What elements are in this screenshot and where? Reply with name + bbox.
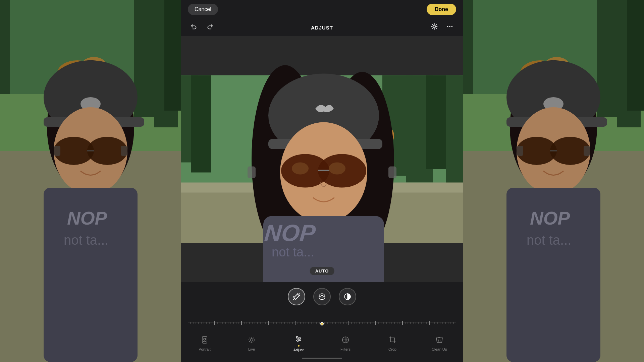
crop-icon xyxy=(388,336,396,346)
svg-point-88 xyxy=(319,294,325,300)
auto-badge: AUTO xyxy=(310,267,334,275)
auto-enhance-button[interactable] xyxy=(429,21,439,34)
svg-point-200 xyxy=(249,337,254,343)
svg-point-205 xyxy=(299,338,301,340)
undo-button[interactable] xyxy=(189,21,199,34)
svg-line-47 xyxy=(432,24,433,25)
adjust-active-indicator xyxy=(298,345,300,347)
svg-point-204 xyxy=(297,337,298,338)
tab-cleanup[interactable]: Clean Up xyxy=(426,336,453,351)
svg-point-199 xyxy=(250,339,253,341)
toolbar-icons xyxy=(429,21,455,34)
tab-crop[interactable]: Crop xyxy=(379,336,406,351)
svg-text:not ta...: not ta... xyxy=(272,245,314,259)
tab-filters[interactable]: Filters xyxy=(332,336,359,351)
home-indicator xyxy=(181,355,463,362)
svg-rect-18 xyxy=(121,146,127,156)
tone-button[interactable] xyxy=(339,288,356,305)
tab-adjust[interactable]: Adjust xyxy=(285,335,312,352)
filters-label: Filters xyxy=(340,347,351,351)
svg-rect-6 xyxy=(0,0,10,94)
portrait-icon xyxy=(201,336,209,346)
phone-ui: Cancel Done ADJUST xyxy=(181,0,463,362)
svg-rect-75 xyxy=(248,167,256,178)
tab-bar: Portrait Live xyxy=(181,331,463,355)
svg-text:NOP: NOP xyxy=(263,220,317,246)
crop-label: Crop xyxy=(388,347,396,351)
svg-rect-28 xyxy=(463,0,473,94)
svg-text:not ta...: not ta... xyxy=(527,233,571,247)
toolbar-row: ADJUST xyxy=(181,19,463,36)
toolbar-left-icons xyxy=(189,21,215,34)
svg-line-87 xyxy=(293,296,294,297)
tab-portrait[interactable]: Portrait xyxy=(191,336,218,351)
svg-point-44 xyxy=(433,25,435,27)
adjust-controls: // Ticks will be rendered inline // SVG … xyxy=(181,282,463,362)
svg-rect-40 xyxy=(584,146,590,156)
adjust-label: Adjust xyxy=(293,348,304,352)
svg-text:not ta...: not ta... xyxy=(64,233,108,247)
svg-line-51 xyxy=(432,28,433,29)
svg-line-84 xyxy=(299,293,300,294)
home-bar xyxy=(302,358,342,359)
svg-point-206 xyxy=(297,340,299,342)
svg-rect-76 xyxy=(388,167,396,178)
svg-rect-39 xyxy=(517,146,523,156)
svg-rect-5 xyxy=(164,0,181,111)
svg-rect-17 xyxy=(54,146,60,156)
done-button[interactable]: Done xyxy=(427,4,456,15)
cleanup-icon xyxy=(435,336,443,346)
svg-point-198 xyxy=(204,338,206,340)
svg-text:NOP: NOP xyxy=(67,208,107,229)
redo-button[interactable] xyxy=(205,21,215,34)
tab-live[interactable]: Live xyxy=(238,336,265,351)
filters-icon xyxy=(341,336,350,346)
svg-rect-60 xyxy=(446,75,463,193)
svg-point-78 xyxy=(292,163,309,175)
cleanup-label: Clean Up xyxy=(432,347,447,351)
svg-point-55 xyxy=(451,26,453,27)
svg-line-48 xyxy=(436,28,437,29)
background-photo-right: NOP not ta... xyxy=(463,0,644,362)
live-icon xyxy=(248,336,256,346)
svg-rect-27 xyxy=(627,0,644,111)
exposure-button[interactable] xyxy=(313,288,331,305)
top-bar: Cancel Done xyxy=(181,0,463,19)
cancel-button[interactable]: Cancel xyxy=(188,4,218,15)
svg-line-52 xyxy=(436,24,437,25)
adjustment-icons-row xyxy=(181,282,463,309)
background-photo-left: NOP not ta... xyxy=(0,0,181,362)
svg-point-53 xyxy=(447,26,448,27)
toolbar-title: ADJUST xyxy=(311,25,333,31)
portrait-label: Portrait xyxy=(199,347,210,351)
svg-rect-197 xyxy=(202,337,207,343)
live-label: Live xyxy=(248,347,255,351)
more-options-button[interactable] xyxy=(445,21,455,34)
magic-wand-button[interactable] xyxy=(288,288,305,305)
svg-text:NOP: NOP xyxy=(530,208,570,229)
svg-point-89 xyxy=(321,295,323,298)
slider-area: // Ticks will be rendered inline // SVG … xyxy=(181,309,463,331)
svg-rect-62 xyxy=(191,75,211,173)
photo-area: NOP not ta... AUTO xyxy=(181,36,463,282)
svg-point-54 xyxy=(449,26,450,27)
svg-line-83 xyxy=(293,299,294,300)
svg-point-79 xyxy=(329,163,345,175)
adjust-icon xyxy=(294,335,303,345)
